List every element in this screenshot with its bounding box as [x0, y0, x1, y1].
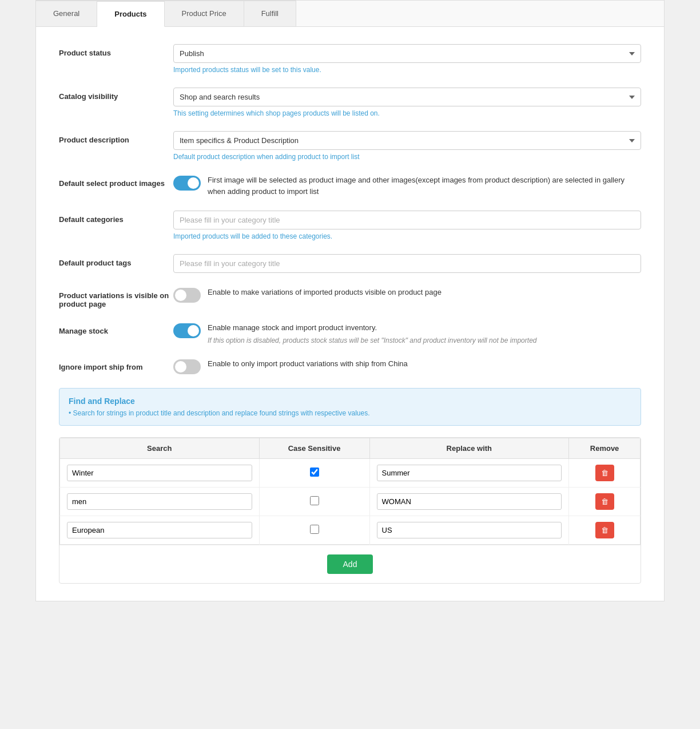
case-sensitive-cell-2	[259, 487, 369, 516]
manage-stock-label: Manage stock	[59, 322, 173, 335]
page-wrapper: General Products Product Price Fulfill P…	[35, 0, 665, 601]
find-replace-table: Search Case Sensitive Replace with Remov…	[59, 438, 641, 545]
manage-stock-toggle[interactable]	[173, 323, 201, 338]
remove-cell-3: 🗑	[569, 516, 641, 544]
product-variations-control: Enable to make variations of imported pr…	[173, 287, 641, 303]
product-status-control: Publish Draft Pending Imported products …	[173, 44, 641, 74]
ignore-import-ship-from-row: Ignore import ship from Enable to only i…	[59, 358, 641, 374]
ignore-import-ship-from-label: Ignore import ship from	[59, 358, 173, 371]
manage-stock-desc: Enable manage stock and import product i…	[208, 323, 377, 332]
default-categories-label: Default categories	[59, 211, 173, 224]
default-product-images-desc: First image will be selected as product …	[208, 175, 641, 197]
add-row: Add	[59, 545, 641, 583]
manage-stock-row: Manage stock Enable manage stock and imp…	[59, 322, 641, 344]
search-input-3[interactable]	[67, 522, 252, 538]
tab-fulfill[interactable]: Fulfill	[244, 1, 296, 26]
add-button[interactable]: Add	[327, 554, 373, 574]
replace-with-input-2[interactable]	[377, 493, 562, 510]
find-replace-box: Find and Replace • Search for strings in…	[59, 388, 641, 426]
manage-stock-desc-wrapper: Enable manage stock and import product i…	[208, 322, 536, 344]
catalog-visibility-control: Shop and search results Shop only Search…	[173, 88, 641, 117]
find-replace-table-wrapper: Search Case Sensitive Replace with Remov…	[59, 437, 641, 584]
search-cell-3	[60, 516, 260, 544]
catalog-visibility-select[interactable]: Shop and search results Shop only Search…	[173, 88, 641, 106]
default-product-tags-control	[173, 254, 641, 273]
remove-cell-2: 🗑	[569, 487, 641, 516]
product-variations-desc: Enable to make variations of imported pr…	[208, 287, 442, 298]
tab-product-price[interactable]: Product Price	[165, 1, 244, 26]
catalog-visibility-label: Catalog visibility	[59, 88, 173, 101]
case-sensitive-checkbox-3[interactable]	[310, 525, 319, 534]
tab-products[interactable]: Products	[97, 1, 164, 27]
replace-with-input-1[interactable]	[377, 465, 562, 481]
manage-stock-toggle-wrapper: Enable manage stock and import product i…	[173, 322, 641, 344]
col-header-case-sensitive: Case Sensitive	[259, 438, 369, 458]
tab-general[interactable]: General	[36, 1, 97, 26]
product-description-row: Product description Item specifics & Pro…	[59, 131, 641, 161]
ignore-import-ship-from-desc: Enable to only import product variations…	[208, 358, 408, 370]
search-input-2[interactable]	[67, 493, 252, 510]
delete-button-2[interactable]: 🗑	[595, 493, 614, 510]
delete-button-3[interactable]: 🗑	[595, 522, 614, 538]
product-status-label: Product status	[59, 44, 173, 57]
tabs-bar: General Products Product Price Fulfill	[36, 1, 664, 27]
search-cell-2	[60, 487, 260, 516]
search-input-1[interactable]	[67, 465, 252, 481]
replace-with-input-3[interactable]	[377, 522, 562, 538]
search-cell-1	[60, 458, 260, 487]
default-product-images-toggle-wrapper: First image will be selected as product …	[173, 175, 641, 197]
default-categories-row: Default categories Imported products wil…	[59, 211, 641, 240]
product-variations-toggle-wrapper: Enable to make variations of imported pr…	[173, 287, 641, 303]
toggle-slider	[173, 176, 201, 191]
delete-button-1[interactable]: 🗑	[595, 465, 614, 481]
product-status-row: Product status Publish Draft Pending Imp…	[59, 44, 641, 74]
default-categories-control: Imported products will be added to these…	[173, 211, 641, 240]
find-replace-section: Find and Replace • Search for strings in…	[59, 388, 641, 584]
default-product-tags-input[interactable]	[173, 254, 641, 273]
replace-with-cell-1	[369, 458, 569, 487]
table-row: 🗑	[60, 458, 641, 487]
product-status-select[interactable]: Publish Draft Pending	[173, 44, 641, 63]
product-description-control: Item specifics & Product Description Ite…	[173, 131, 641, 161]
default-product-images-row: Default select product images First imag…	[59, 175, 641, 197]
ignore-import-ship-from-toggle-wrapper: Enable to only import product variations…	[173, 358, 641, 374]
default-product-tags-row: Default product tags	[59, 254, 641, 273]
ignore-import-ship-from-control: Enable to only import product variations…	[173, 358, 641, 374]
product-variations-toggle[interactable]	[173, 288, 201, 303]
find-replace-desc: • Search for strings in product title an…	[69, 409, 631, 417]
default-product-images-label: Default select product images	[59, 175, 173, 188]
manage-stock-hint: If this option is disabled, products sto…	[208, 336, 536, 344]
product-description-select[interactable]: Item specifics & Product Description Ite…	[173, 131, 641, 150]
case-sensitive-cell-3	[259, 516, 369, 544]
col-header-replace-with: Replace with	[369, 438, 569, 458]
toggle-slider-off	[173, 288, 201, 303]
default-product-images-control: First image will be selected as product …	[173, 175, 641, 197]
replace-with-cell-3	[369, 516, 569, 544]
case-sensitive-checkbox-2[interactable]	[310, 496, 319, 505]
product-variations-label: Product variations is visible on product…	[59, 287, 173, 308]
product-variations-row: Product variations is visible on product…	[59, 287, 641, 308]
table-row: 🗑	[60, 487, 641, 516]
product-description-label: Product description	[59, 131, 173, 144]
case-sensitive-checkbox-1[interactable]	[310, 467, 319, 477]
remove-cell-1: 🗑	[569, 458, 641, 487]
ignore-import-ship-from-toggle-slider	[173, 359, 201, 374]
product-description-hint: Default product description when adding …	[173, 153, 641, 161]
manage-stock-toggle-slider	[173, 323, 201, 338]
col-header-search: Search	[60, 438, 260, 458]
ignore-import-ship-from-toggle[interactable]	[173, 359, 201, 374]
table-header-row: Search Case Sensitive Replace with Remov…	[60, 438, 641, 458]
product-status-hint: Imported products status will be set to …	[173, 66, 641, 74]
default-product-images-toggle[interactable]	[173, 176, 201, 191]
find-replace-title: Find and Replace	[69, 397, 631, 406]
case-sensitive-cell-1	[259, 458, 369, 487]
catalog-visibility-row: Catalog visibility Shop and search resul…	[59, 88, 641, 117]
default-product-tags-label: Default product tags	[59, 254, 173, 267]
manage-stock-control: Enable manage stock and import product i…	[173, 322, 641, 344]
default-categories-hint: Imported products will be added to these…	[173, 232, 641, 240]
col-header-remove: Remove	[569, 438, 641, 458]
replace-with-cell-2	[369, 487, 569, 516]
content-area: Product status Publish Draft Pending Imp…	[36, 27, 664, 601]
catalog-visibility-hint: This setting determines which shop pages…	[173, 109, 641, 117]
default-categories-input[interactable]	[173, 211, 641, 229]
